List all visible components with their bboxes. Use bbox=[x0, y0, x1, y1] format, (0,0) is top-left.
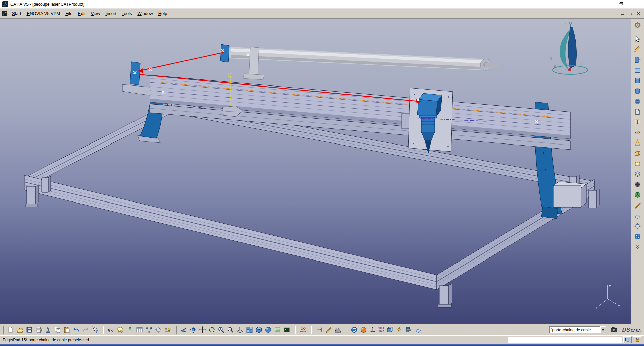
toolbar-drag-handle[interactable] bbox=[176, 326, 177, 334]
quad-view-button[interactable] bbox=[245, 325, 254, 335]
shell-block-button[interactable] bbox=[633, 159, 642, 168]
window-panel-button[interactable] bbox=[633, 65, 642, 75]
paste-button[interactable] bbox=[62, 325, 71, 335]
cylinder-button[interactable] bbox=[633, 86, 642, 96]
redo-button[interactable] bbox=[81, 325, 90, 335]
levels-bars-button[interactable] bbox=[404, 325, 414, 335]
fly-plane-button[interactable] bbox=[179, 325, 188, 335]
swap-space-button[interactable] bbox=[633, 232, 642, 241]
zoom-out-button[interactable] bbox=[226, 325, 235, 335]
measure-between-icon bbox=[316, 326, 323, 333]
gold-compass-button[interactable] bbox=[633, 138, 642, 148]
status-command-field[interactable] bbox=[508, 337, 622, 343]
measure-item-button[interactable] bbox=[633, 200, 642, 210]
design-table-button[interactable] bbox=[135, 325, 144, 335]
menu-insert[interactable]: Insert bbox=[103, 10, 119, 17]
restore-button[interactable] bbox=[613, 0, 629, 8]
relations-button[interactable] bbox=[163, 325, 172, 335]
viewport-canvas[interactable]: × × × × × × × bbox=[0, 19, 631, 324]
ref-frame-button[interactable] bbox=[385, 325, 395, 335]
layer-tile-button[interactable] bbox=[414, 325, 423, 335]
exit-door-button[interactable] bbox=[633, 55, 642, 64]
render-dark-button[interactable] bbox=[282, 325, 291, 335]
close-button[interactable] bbox=[629, 0, 644, 8]
laser-head[interactable] bbox=[402, 88, 453, 153]
power-input-dropdown-button[interactable] bbox=[600, 326, 606, 333]
workbench-gear-button[interactable] bbox=[633, 20, 642, 30]
layer-tile-button[interactable] bbox=[633, 211, 642, 220]
link-people-button[interactable] bbox=[298, 325, 308, 335]
mdi-close-button[interactable] bbox=[635, 11, 642, 17]
status-display-button[interactable] bbox=[623, 336, 632, 343]
multi-cylinder-button[interactable] bbox=[633, 76, 642, 85]
toolbar-drag-handle[interactable] bbox=[3, 326, 4, 334]
mass-weight-button[interactable] bbox=[333, 325, 342, 335]
sheet-stack-button[interactable] bbox=[633, 169, 642, 179]
menu-file[interactable]: File bbox=[63, 10, 75, 17]
measure-between-button[interactable] bbox=[314, 325, 324, 335]
select-cursor-button[interactable] bbox=[633, 34, 642, 44]
shaded-sphere-button[interactable] bbox=[263, 325, 273, 335]
rotate-orbit-button[interactable] bbox=[207, 325, 216, 335]
new-document-button[interactable] bbox=[6, 325, 15, 335]
exit-door-icon bbox=[634, 56, 641, 63]
left-mirror-bracket[interactable] bbox=[122, 62, 150, 95]
save-button[interactable] bbox=[24, 325, 34, 335]
gyro-button[interactable] bbox=[633, 221, 642, 231]
menu-view[interactable]: View bbox=[88, 10, 103, 17]
power-input-field[interactable] bbox=[549, 326, 600, 333]
sketcher-button[interactable] bbox=[633, 45, 642, 54]
catalog-book-button[interactable] bbox=[633, 117, 642, 127]
material-ball-button[interactable] bbox=[359, 325, 368, 335]
menu-help[interactable]: Help bbox=[156, 10, 170, 17]
camera-button[interactable] bbox=[609, 325, 619, 335]
undo-button[interactable] bbox=[71, 325, 81, 335]
toolbar-drag-handle[interactable] bbox=[295, 326, 296, 334]
view-compass[interactable]: z x y bbox=[550, 21, 588, 74]
structure-tree-button[interactable] bbox=[144, 325, 153, 335]
sphere-button[interactable] bbox=[633, 97, 642, 106]
toolbar-drag-handle[interactable] bbox=[103, 326, 104, 334]
menu-window[interactable]: Window bbox=[135, 10, 155, 17]
open-folder-button[interactable] bbox=[15, 325, 24, 335]
model-laser-cutter[interactable]: × × × × × × × bbox=[24, 44, 599, 307]
menu-start[interactable]: Start bbox=[9, 10, 24, 17]
print-button[interactable] bbox=[34, 325, 43, 335]
comment-pencil-button[interactable] bbox=[116, 325, 125, 335]
formula-fx-button[interactable]: f(x) bbox=[106, 325, 116, 335]
normal-view-button[interactable] bbox=[235, 325, 245, 335]
mdi-minimize-button[interactable] bbox=[619, 11, 626, 17]
whats-this-button[interactable]: ? bbox=[90, 325, 100, 335]
mdi-restore-icon bbox=[629, 12, 632, 15]
mdi-restore-button[interactable] bbox=[627, 11, 634, 17]
iso-cube-button[interactable] bbox=[254, 325, 263, 335]
minimize-button[interactable] bbox=[598, 0, 613, 8]
toolbar-drag-handle[interactable] bbox=[311, 326, 312, 334]
toolbar-drag-handle[interactable] bbox=[346, 326, 347, 334]
knowledge-dots-button[interactable] bbox=[125, 325, 135, 335]
menu-enovia[interactable]: ENOVIA V5 VPM bbox=[24, 10, 63, 17]
lightning-button[interactable] bbox=[395, 325, 404, 335]
target-globe-button[interactable] bbox=[633, 180, 642, 189]
expand-chevrons-button[interactable] bbox=[633, 242, 642, 251]
fit-all-button[interactable] bbox=[188, 325, 198, 335]
cut-button[interactable] bbox=[43, 325, 53, 335]
swap-space-button[interactable] bbox=[349, 325, 359, 335]
menu-tools[interactable]: Tools bbox=[119, 10, 135, 17]
plane-sketch-button[interactable] bbox=[633, 128, 642, 137]
menu-edit[interactable]: Edit bbox=[75, 10, 88, 17]
gyro-button[interactable] bbox=[153, 325, 163, 335]
pan-button[interactable] bbox=[198, 325, 207, 335]
measure-item-button[interactable] bbox=[324, 325, 333, 335]
pad-block-button[interactable] bbox=[633, 149, 642, 158]
material-cube-button[interactable] bbox=[633, 190, 642, 199]
copy-button[interactable] bbox=[53, 325, 62, 335]
status-lock-button[interactable] bbox=[633, 336, 641, 343]
sheet-button[interactable] bbox=[633, 107, 642, 116]
snap-axis-button[interactable] bbox=[368, 325, 377, 335]
render-light-button[interactable] bbox=[273, 325, 282, 335]
3d-viewport[interactable]: × × × × × × × bbox=[0, 19, 631, 324]
bottom-toolbar: ?f(x)10.110.0 DS CATIA bbox=[0, 324, 644, 335]
zoom-in-button[interactable] bbox=[216, 325, 226, 335]
laser-tube[interactable] bbox=[220, 44, 498, 80]
